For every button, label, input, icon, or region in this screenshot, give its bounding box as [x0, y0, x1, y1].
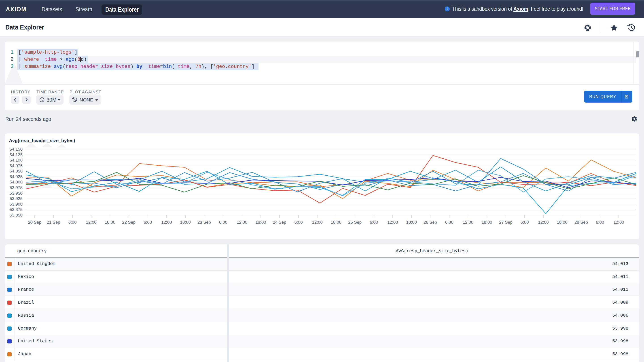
svg-text:12:00: 12:00 — [463, 220, 474, 225]
svg-text:12:00: 12:00 — [613, 220, 624, 225]
svg-text:53.850: 53.850 — [10, 213, 22, 217]
svg-text:12:00: 12:00 — [312, 220, 323, 225]
svg-text:54.125: 54.125 — [10, 152, 22, 157]
svg-text:53.875: 53.875 — [10, 207, 22, 212]
svg-text:6:00: 6:00 — [144, 220, 152, 225]
svg-text:23 Sep: 23 Sep — [198, 220, 211, 225]
svg-text:28 Sep: 28 Sep — [574, 220, 588, 225]
svg-text:18:00: 18:00 — [406, 220, 417, 225]
svg-text:6:00: 6:00 — [445, 220, 454, 225]
svg-text:26 Sep: 26 Sep — [424, 220, 437, 225]
svg-text:25 Sep: 25 Sep — [348, 220, 362, 225]
svg-text:21 Sep: 21 Sep — [47, 220, 60, 225]
svg-text:6:00: 6:00 — [370, 220, 378, 225]
svg-text:18:00: 18:00 — [557, 220, 568, 225]
svg-text:6:00: 6:00 — [294, 220, 303, 225]
svg-text:27 Sep: 27 Sep — [499, 220, 512, 225]
svg-text:6:00: 6:00 — [520, 220, 529, 225]
svg-text:53.950: 53.950 — [10, 191, 22, 196]
svg-text:Avg(resp_header_size_bytes): Avg(resp_header_size_bytes) — [9, 138, 75, 143]
svg-text:12:00: 12:00 — [387, 220, 398, 225]
svg-text:54.075: 54.075 — [10, 163, 22, 168]
svg-text:12:00: 12:00 — [86, 220, 96, 225]
svg-text:12:00: 12:00 — [538, 220, 549, 225]
svg-text:18:00: 18:00 — [331, 220, 342, 225]
svg-text:24 Sep: 24 Sep — [273, 220, 286, 225]
svg-text:53.925: 53.925 — [10, 196, 22, 201]
svg-text:18:00: 18:00 — [180, 220, 191, 225]
svg-text:6:00: 6:00 — [596, 220, 604, 225]
svg-text:53.900: 53.900 — [10, 202, 22, 206]
svg-text:22 Sep: 22 Sep — [122, 220, 136, 225]
svg-text:18:00: 18:00 — [255, 220, 266, 225]
svg-text:53.975: 53.975 — [10, 185, 22, 190]
svg-text:20 Sep: 20 Sep — [28, 220, 41, 225]
svg-text:54.000: 54.000 — [10, 180, 22, 184]
svg-text:18:00: 18:00 — [105, 220, 116, 225]
svg-text:6:00: 6:00 — [219, 220, 228, 225]
svg-text:18:00: 18:00 — [482, 220, 492, 225]
svg-text:54.025: 54.025 — [10, 174, 22, 179]
svg-text:54.100: 54.100 — [10, 158, 22, 162]
svg-text:6:00: 6:00 — [68, 220, 77, 225]
svg-text:12:00: 12:00 — [161, 220, 172, 225]
svg-text:54.150: 54.150 — [10, 147, 22, 151]
svg-text:12:00: 12:00 — [236, 220, 247, 225]
svg-text:54.050: 54.050 — [10, 169, 22, 173]
